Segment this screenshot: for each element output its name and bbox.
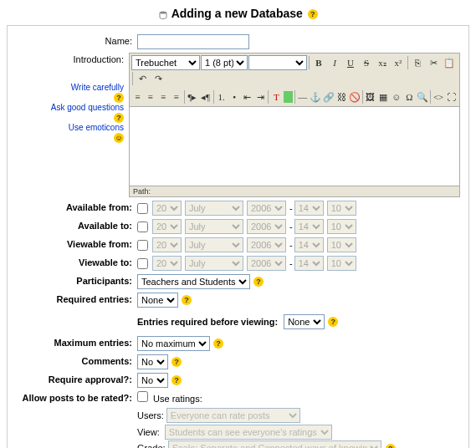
available-from-month[interactable]: July	[185, 201, 243, 216]
tip-emoticons-link[interactable]: Use emoticons	[16, 123, 124, 132]
available-from-year[interactable]: 2006	[247, 201, 286, 216]
ratings-grade-label: Grade:	[137, 443, 166, 448]
list-bullet-icon[interactable]: •	[228, 89, 240, 104]
participants-select[interactable]: Teachers and Students	[137, 274, 250, 289]
ratings-view-select[interactable]: Students can see everyone's ratings	[165, 425, 332, 440]
style-select[interactable]	[248, 55, 307, 70]
viewable-to-hour[interactable]: 14	[294, 256, 324, 271]
align-left-icon[interactable]: ≡	[131, 89, 143, 104]
available-to-label: Available to:	[78, 221, 132, 231]
underline-icon[interactable]: U	[343, 55, 358, 70]
paste-icon[interactable]: 📋	[442, 55, 457, 70]
available-from-checkbox[interactable]	[137, 203, 148, 214]
align-justify-icon[interactable]: ≡	[170, 89, 182, 104]
anchor-icon[interactable]: ⚓	[310, 89, 321, 104]
viewable-to-min[interactable]: 10	[327, 256, 356, 271]
hr-icon[interactable]: —	[297, 89, 309, 104]
textcolor-icon[interactable]: T	[270, 89, 282, 104]
available-from-hour[interactable]: 14	[294, 201, 324, 216]
emoticon-icon[interactable]: ☺	[391, 89, 402, 104]
ratings-grade-select[interactable]: Scale: Separate and Connected ways of kn…	[168, 440, 381, 448]
source-icon[interactable]: <>	[432, 89, 444, 104]
available-to-day[interactable]: 20	[152, 219, 182, 234]
help-icon[interactable]: ?	[114, 113, 124, 123]
ltr-icon[interactable]: ¶▸	[187, 89, 198, 104]
viewable-to-year[interactable]: 2006	[247, 256, 286, 271]
copy-icon[interactable]: ⎘	[410, 55, 425, 70]
fullscreen-icon[interactable]: ⛶	[445, 89, 457, 104]
required-entries-select[interactable]: None	[137, 293, 178, 308]
entries-required-viewing-select[interactable]: None	[284, 314, 325, 329]
editor-textarea[interactable]	[129, 106, 460, 186]
cut-icon[interactable]: ✂	[426, 55, 441, 70]
help-icon[interactable]: ?	[114, 93, 124, 103]
name-input[interactable]	[137, 34, 249, 49]
require-approval-select[interactable]: No	[137, 373, 168, 388]
available-from-day[interactable]: 20	[152, 201, 182, 216]
unlink-icon[interactable]: ⛓	[335, 89, 347, 104]
viewable-to-day[interactable]: 20	[152, 256, 182, 271]
viewable-to-checkbox[interactable]	[137, 258, 148, 269]
table-icon[interactable]: ▦	[377, 89, 389, 104]
help-icon[interactable]: ?	[386, 444, 396, 448]
editor-toolbar: Trebuchet 1 (8 pt) B I U S x₂ x² ⎘ ✂ 📋 ↶	[129, 53, 460, 88]
image-icon[interactable]: 🖼	[365, 89, 376, 104]
ratings-view-label: View:	[137, 427, 160, 437]
viewable-from-year[interactable]: 2006	[247, 237, 286, 252]
help-icon[interactable]: ?	[308, 9, 318, 19]
viewable-to-label: Viewable to:	[79, 257, 132, 267]
help-icon[interactable]: ?	[253, 277, 264, 287]
help-icon[interactable]: ?	[182, 295, 192, 305]
viewable-from-hour[interactable]: 14	[294, 237, 324, 252]
available-to-checkbox[interactable]	[137, 221, 148, 232]
viewable-from-month[interactable]: July	[185, 237, 243, 252]
align-right-icon[interactable]: ≡	[157, 89, 169, 104]
sup-icon[interactable]: x²	[391, 55, 406, 70]
comments-select[interactable]: No	[137, 354, 168, 369]
help-icon[interactable]: ?	[213, 339, 223, 349]
bold-icon[interactable]: B	[311, 55, 326, 70]
ratings-users-select[interactable]: Everyone can rate posts	[166, 408, 300, 423]
available-from-label: Available from:	[66, 202, 132, 212]
available-from-min[interactable]: 10	[327, 201, 356, 216]
name-label: Name:	[16, 34, 137, 46]
viewable-from-label: Viewable from:	[67, 239, 132, 249]
ratings-users-label: Users:	[137, 410, 164, 420]
list-num-icon[interactable]: 1.	[215, 89, 227, 104]
tip-ask-link[interactable]: Ask good questions	[16, 103, 124, 112]
database-icon	[158, 9, 168, 19]
tip-write-link[interactable]: Write carefully	[16, 83, 124, 92]
viewable-from-checkbox[interactable]	[137, 240, 148, 251]
char-icon[interactable]: Ω	[403, 89, 415, 104]
search-icon[interactable]: 🔍	[417, 89, 428, 104]
viewable-from-min[interactable]: 10	[327, 237, 356, 252]
comments-label: Comments:	[81, 356, 132, 366]
help-icon[interactable]: ?	[171, 357, 182, 367]
font-select[interactable]: Trebuchet	[131, 55, 200, 70]
rtl-icon[interactable]: ◂¶	[199, 89, 211, 104]
outdent-icon[interactable]: ⇤	[241, 89, 253, 104]
sub-icon[interactable]: x₂	[375, 55, 390, 70]
use-ratings-checkbox[interactable]	[137, 391, 148, 402]
align-center-icon[interactable]: ≡	[144, 89, 156, 104]
link-icon[interactable]: 🔗	[323, 89, 335, 104]
form-container: Name: Introduction: Write carefully ? As…	[7, 25, 469, 448]
available-to-hour[interactable]: 14	[294, 219, 324, 234]
indent-icon[interactable]: ⇥	[254, 89, 266, 104]
available-to-month[interactable]: July	[185, 219, 243, 234]
redo-icon[interactable]: ↷	[151, 71, 166, 86]
help-icon[interactable]: ?	[328, 317, 338, 327]
italic-icon[interactable]: I	[327, 55, 342, 70]
available-to-min[interactable]: 10	[327, 219, 356, 234]
bgcolor-icon[interactable]	[284, 91, 293, 103]
help-icon[interactable]: ?	[171, 375, 182, 385]
maximum-entries-select[interactable]: No maximum	[137, 336, 210, 351]
undo-icon[interactable]: ↶	[135, 71, 150, 86]
require-approval-label: Require approval?:	[49, 374, 132, 384]
available-to-year[interactable]: 2006	[247, 219, 286, 234]
nolink-icon[interactable]: 🚫	[348, 89, 360, 104]
viewable-to-month[interactable]: July	[185, 256, 243, 271]
viewable-from-day[interactable]: 20	[152, 237, 182, 252]
strike-icon[interactable]: S	[359, 55, 374, 70]
size-select[interactable]: 1 (8 pt)	[201, 55, 248, 70]
